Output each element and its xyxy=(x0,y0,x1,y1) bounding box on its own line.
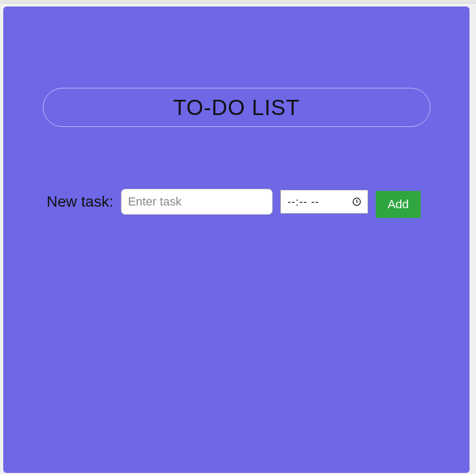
time-placeholder: --:-- -- xyxy=(287,196,319,208)
new-task-form: New task: --:-- -- Add xyxy=(47,185,437,218)
window-top-bar xyxy=(0,0,476,3)
page-title: TO-DO LIST xyxy=(173,95,300,120)
clock-icon xyxy=(351,196,362,207)
input-row: New task: --:-- -- xyxy=(47,189,368,215)
title-pill: TO-DO LIST xyxy=(43,88,430,127)
time-input[interactable]: --:-- -- xyxy=(280,190,368,214)
new-task-label: New task: xyxy=(47,193,113,210)
add-button[interactable]: Add xyxy=(376,191,421,218)
task-input[interactable] xyxy=(121,189,273,215)
app-container: TO-DO LIST New task: --:-- -- Add xyxy=(3,7,469,473)
